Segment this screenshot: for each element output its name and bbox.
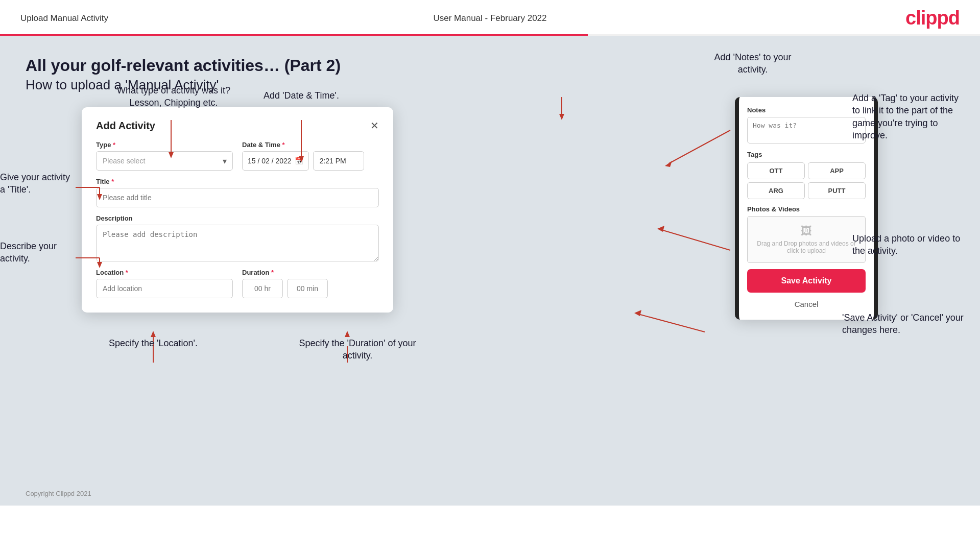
time-input[interactable]: 2:21 PM <box>313 151 364 171</box>
description-group: Description <box>96 214 379 261</box>
description-textarea[interactable] <box>96 225 379 261</box>
description-label: Description <box>96 214 379 222</box>
ann-datetime: Add 'Date & Time'. <box>250 89 352 102</box>
svg-line-17 <box>669 130 730 163</box>
tag-putt[interactable]: PUTT <box>808 182 866 199</box>
datetime-label: Date & Time * <box>242 141 379 149</box>
tags-grid: OTT APP ARG PUTT <box>747 162 866 199</box>
location-label: Location * <box>96 269 233 276</box>
type-select[interactable]: Please select <box>96 151 233 171</box>
upload-area[interactable]: 🖼 Drag and Drop photos and videos or cli… <box>747 216 866 263</box>
top-bar: Upload Manual Activity User Manual - Feb… <box>0 0 980 34</box>
ann-save: 'Save Activity' or 'Cancel' your changes… <box>842 312 965 337</box>
logo: clippd <box>905 7 960 29</box>
page-title: Upload Manual Activity <box>20 13 108 23</box>
title-input[interactable] <box>96 188 379 207</box>
ann-location: Specify the 'Location'. <box>102 337 204 349</box>
tags-section-label: Tags <box>747 151 866 158</box>
tag-app[interactable]: APP <box>808 162 866 179</box>
modal-close-button[interactable]: ✕ <box>370 119 379 132</box>
svg-marker-16 <box>559 114 564 120</box>
location-group: Location * <box>96 269 233 298</box>
svg-line-21 <box>638 314 705 332</box>
notes-section-label: Notes <box>747 106 866 114</box>
photos-section-label: Photos & Videos <box>747 205 866 213</box>
ann-duration: Specify the 'Duration' of your activity. <box>296 337 419 362</box>
datetime-inputs: 15 / 02 / 2022 📅 2:21 PM <box>242 151 379 171</box>
tag-arg[interactable]: ARG <box>747 182 805 199</box>
duration-group: Duration * <box>242 269 379 298</box>
duration-hr-input[interactable] <box>242 279 283 298</box>
type-group: Type * Please select <box>96 141 233 171</box>
calendar-icon: 📅 <box>295 157 303 165</box>
upload-icon: 🖼 <box>753 225 860 238</box>
ann-desc: Describe your activity. <box>0 240 74 265</box>
location-duration-row: Location * Duration * <box>96 269 379 298</box>
title-label: Title * <box>96 178 379 185</box>
add-activity-modal: Add Activity ✕ Type * Please select Date… <box>82 107 393 313</box>
duration-min-input[interactable] <box>287 279 328 298</box>
duration-label: Duration * <box>242 269 379 276</box>
tag-ott[interactable]: OTT <box>747 162 805 179</box>
title-group: Title * <box>96 178 379 207</box>
heading-title: All your golf-relevant activities… (Part… <box>26 56 954 75</box>
date-input[interactable]: 15 / 02 / 2022 📅 <box>242 151 309 171</box>
svg-marker-12 <box>151 331 156 337</box>
upload-text: Drag and Drop photos and videos or click… <box>753 240 860 254</box>
notes-textarea[interactable] <box>747 117 866 143</box>
svg-marker-14 <box>345 331 350 337</box>
cancel-button[interactable]: Cancel <box>747 297 866 312</box>
ann-tag: Add a 'Tag' to your activity to link it … <box>852 92 965 141</box>
ann-type: What type of activity was it? Lesson, Ch… <box>112 84 235 109</box>
datetime-group: Date & Time * 15 / 02 / 2022 📅 2:21 PM <box>242 141 379 171</box>
duration-inputs <box>242 279 379 298</box>
svg-line-19 <box>661 230 730 250</box>
modal-title: Add Activity <box>96 120 155 132</box>
copyright: Copyright Clippd 2021 <box>26 490 91 497</box>
modal-header: Add Activity ✕ <box>96 119 379 132</box>
type-datetime-row: Type * Please select Date & Time * 15 / … <box>96 141 379 171</box>
main-area: All your golf-relevant activities… (Part… <box>0 36 980 506</box>
ann-title: Give your activity a 'Title'. <box>0 171 74 196</box>
ann-notes: Add 'Notes' to your activity. <box>702 51 804 76</box>
type-select-wrapper: Please select <box>96 151 233 171</box>
svg-marker-20 <box>657 226 664 232</box>
type-label: Type * <box>96 141 233 149</box>
svg-marker-18 <box>665 161 672 167</box>
location-input[interactable] <box>96 279 233 298</box>
svg-marker-22 <box>634 310 641 316</box>
manual-title: User Manual - February 2022 <box>433 13 546 23</box>
save-activity-button[interactable]: Save Activity <box>747 269 866 293</box>
ann-photo: Upload a photo or video to the activity. <box>852 232 965 257</box>
